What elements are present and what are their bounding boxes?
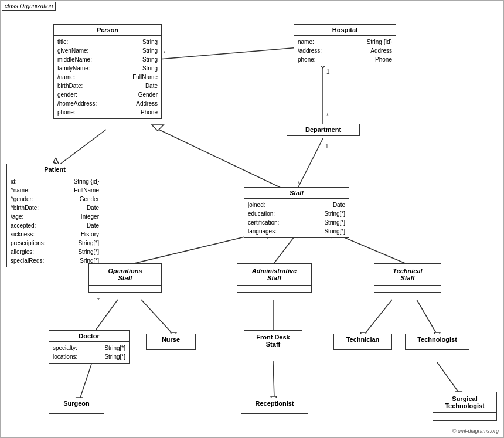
person-title: Person [54, 25, 161, 36]
patient-attrs: id:String {id} ^name:FullName ^gender:Ge… [7, 175, 103, 267]
technical-staff-title: TechnicalStaff [374, 264, 441, 286]
svg-line-24 [141, 300, 173, 335]
svg-text:*: * [298, 181, 300, 187]
staff-attrs: joined:Date education:String[*] certific… [244, 199, 349, 237]
uml-diagram: class Organization 1 * 1 * * * [0, 0, 504, 438]
hospital-title: Hospital [294, 25, 396, 36]
staff-class: Staff joined:Date education:String[*] ce… [244, 187, 349, 238]
doctor-title: Doctor [49, 331, 129, 342]
svg-text:*: * [97, 297, 100, 304]
svg-line-4 [159, 130, 282, 188]
svg-line-10 [298, 138, 323, 188]
hospital-class: Hospital name:String {id} /address:Addre… [294, 24, 396, 66]
svg-line-1 [53, 158, 56, 162]
person-attrs: title:String givenName:String middleName… [54, 36, 161, 118]
front-desk-class: Front DeskStaff [244, 330, 302, 359]
hospital-attrs: name:String {id} /address:Address phone:… [294, 36, 396, 66]
svg-text:1: 1 [325, 143, 329, 150]
doctor-attrs: specialty:String[*] locations:String[*] [49, 342, 129, 363]
patient-class: Patient id:String {id} ^name:FullName ^g… [6, 164, 103, 267]
svg-line-30 [417, 300, 437, 335]
technologist-title: Technologist [406, 334, 469, 345]
surgical-technologist-class: SurgicalTechnologist [433, 392, 497, 421]
technical-staff-class: TechnicalStaff [374, 263, 441, 293]
person-class: Person title:String givenName:String mid… [53, 24, 162, 119]
admin-staff-class: AdministrativeStaff [237, 263, 312, 293]
operations-staff-class: OperationsStaff [88, 263, 162, 293]
surgeon-class: Surgeon [49, 398, 104, 414]
surgical-technologist-title: SurgicalTechnologist [433, 392, 496, 413]
svg-text:*: * [164, 50, 166, 57]
svg-line-34 [273, 361, 274, 398]
nurse-title: Nurse [147, 334, 195, 345]
receptionist-class: Receptionist [241, 398, 308, 414]
technician-title: Technician [334, 334, 391, 345]
svg-line-32 [80, 364, 91, 399]
patient-title: Patient [7, 164, 103, 175]
technologist-class: Technologist [405, 334, 469, 350]
front-desk-title: Front DeskStaff [244, 331, 302, 351]
diagram-title: class Organization [2, 2, 56, 11]
staff-title: Staff [244, 188, 349, 199]
receptionist-title: Receptionist [241, 398, 308, 409]
surgeon-title: Surgeon [49, 398, 104, 409]
svg-line-13 [159, 47, 299, 59]
svg-line-0 [59, 130, 106, 165]
svg-line-22 [94, 300, 118, 332]
nurse-class: Nurse [146, 334, 196, 350]
admin-staff-title: AdministrativeStaff [237, 264, 311, 286]
copyright: © uml-diagrams.org [452, 428, 499, 434]
doctor-class: Doctor specialty:String[*] locations:Str… [49, 330, 130, 364]
technician-class: Technician [333, 334, 392, 350]
svg-marker-5 [152, 125, 164, 131]
operations-staff-title: OperationsStaff [89, 264, 161, 286]
department-class: Department [287, 124, 360, 136]
svg-line-36 [437, 362, 459, 393]
department-title: Department [287, 124, 359, 135]
svg-line-28 [364, 300, 392, 335]
svg-text:1: 1 [326, 69, 330, 75]
svg-text:*: * [326, 113, 329, 119]
